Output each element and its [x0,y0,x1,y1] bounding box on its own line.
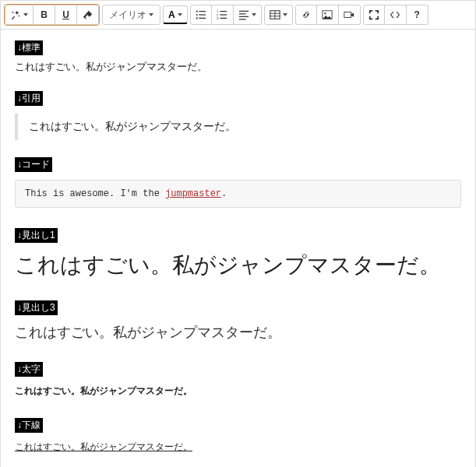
svg-rect-12 [239,11,249,12]
label-h3: ↓見出し3 [15,300,58,315]
font-family-select[interactable]: メイリオ [102,5,160,25]
font-group: メイリオ [102,5,160,25]
link-icon [301,9,312,20]
caret-icon [149,13,153,16]
svg-rect-9 [220,14,227,15]
label-standard: ↓標準 [15,40,43,55]
image-icon [322,9,333,20]
magic-icon [10,9,21,20]
text-bold: これはすごい。私がジャンプマスターだ。 [15,384,461,398]
underline-button[interactable]: U [55,5,77,25]
svg-text:3: 3 [217,16,219,20]
magic-button[interactable] [5,5,33,25]
color-group: A [163,5,188,24]
text-h1: これはすごい。私がジャンプマスターだ。 [15,251,461,280]
label-h1: ↓見出し1 [15,228,58,243]
video-icon [344,9,354,20]
caret-icon [283,13,287,16]
svg-rect-15 [239,19,246,19]
caret-icon [252,13,256,16]
svg-point-21 [324,12,326,14]
svg-rect-1 [199,11,206,12]
caret-icon [23,13,28,16]
svg-point-0 [196,11,197,12]
svg-point-2 [196,14,197,16]
toolbar: B U メイリオ A 123 [1,1,475,30]
align-icon [238,9,249,20]
insert-group [295,5,361,25]
image-button[interactable] [317,5,339,25]
label-quote: ↓引用 [15,91,43,106]
label-bold: ↓太字 [15,362,43,377]
editor-content[interactable]: ↓標準 これはすごい。私がジャンプマスターだ。 ↓引用 これはすごい。私がジャン… [1,30,475,467]
svg-rect-7 [220,11,227,12]
svg-rect-22 [344,12,351,18]
color-glyph: A [168,9,175,20]
svg-rect-13 [239,13,246,14]
text-quote: これはすごい。私がジャンプマスターだ。 [15,114,461,140]
paragraph-button[interactable] [234,5,262,25]
text-underline: これはすごい。私がジャンプマスターだ。 [15,441,461,454]
font-family-label: メイリオ [109,9,146,22]
font-color-button[interactable]: A [163,5,188,24]
ol-button[interactable]: 123 [212,5,234,25]
eraser-icon [83,9,93,20]
ul-button[interactable] [190,5,212,25]
svg-point-4 [196,17,197,19]
table-button[interactable] [264,5,293,25]
svg-rect-14 [239,16,249,17]
table-group [264,5,293,25]
code-icon [390,9,400,20]
link-button[interactable] [295,5,317,25]
svg-rect-5 [199,18,206,19]
ul-icon [196,9,206,20]
fullscreen-icon [368,9,379,20]
table-icon [270,9,280,20]
video-button[interactable] [339,5,361,25]
help-button[interactable]: ? [407,5,428,25]
bold-button[interactable]: B [33,5,55,25]
editor-container: B U メイリオ A 123 [0,0,476,467]
label-code: ↓コード [15,157,52,172]
fullscreen-button[interactable] [363,5,385,25]
style-group: B U [4,4,100,26]
code-underline-word: jumpmaster [165,188,221,199]
view-group: ? [363,5,428,25]
list-group: 123 [190,5,262,25]
codeview-button[interactable] [385,5,407,25]
text-code: This is awesome. I'm the jumpmaster. [15,180,461,208]
ol-icon: 123 [217,9,227,20]
text-h3: これはすごい。私がジャンプマスターだ。 [15,323,461,342]
eraser-button[interactable] [77,5,99,25]
text-standard: これはすごい。私がジャンプマスターだ。 [15,60,461,74]
label-underline: ↓下線 [15,418,43,433]
caret-icon [178,13,182,16]
svg-rect-11 [220,18,227,19]
svg-rect-3 [199,14,206,15]
